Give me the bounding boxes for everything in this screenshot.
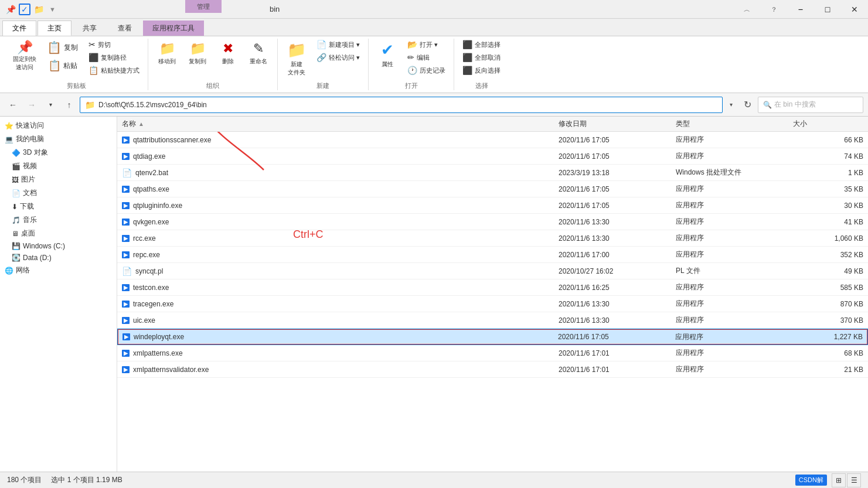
sidebar-item-quick-access[interactable]: ⭐ 快速访问 [0, 119, 117, 132]
tab-app-tools[interactable]: 应用程序工具 [143, 21, 204, 36]
select-all-icon: ⬛ [462, 40, 472, 49]
file-size: 74 KB [793, 152, 863, 161]
select-none-btn[interactable]: ⬛全部取消 [459, 52, 504, 63]
sidebar-item-music[interactable]: 🎵 音乐 [0, 213, 117, 227]
refresh-btn[interactable]: ↻ [739, 97, 755, 113]
new-item-btn[interactable]: 📄新建项目 ▾ [313, 39, 363, 50]
table-row[interactable]: ▶ xmlpatternsvalidator.exe 2020/11/6 17:… [117, 361, 868, 378]
up-btn[interactable]: ↑ [61, 97, 77, 113]
sidebar-item-3d[interactable]: 🔷 3D 对象 [0, 146, 117, 159]
pin-quick-access-btn[interactable]: 📌 固定到快速访问 [9, 39, 40, 74]
file-size: 870 KB [793, 300, 863, 308]
maximize-btn[interactable]: □ [814, 0, 841, 19]
edit-btn[interactable]: ✏编辑 [404, 52, 449, 63]
file-type: 应用程序 [676, 184, 793, 194]
table-row[interactable]: ▶ windeployqt.exe 2020/11/6 17:05 应用程序 1… [117, 329, 868, 345]
move-to-btn[interactable]: 📁 移动到 [153, 39, 181, 68]
file-type: 应用程序 [676, 348, 793, 358]
table-row[interactable]: ▶ qtdiag.exe 2020/11/6 17:05 应用程序 74 KB [117, 148, 868, 165]
table-row[interactable]: 📄 qtenv2.bat 2023/3/19 13:18 Windows 批处理… [117, 165, 868, 181]
header-name[interactable]: 名称 ▲ [122, 119, 559, 129]
tab-file[interactable]: 文件 [2, 21, 36, 36]
address-dropdown-btn[interactable]: ▾ [725, 97, 737, 113]
new-folder-btn[interactable]: 📁 新建文件夹 [282, 39, 311, 79]
tab-home[interactable]: 主页 [38, 21, 72, 36]
table-row[interactable]: ▶ qtplugininfo.exe 2020/11/6 17:05 应用程序 … [117, 197, 868, 214]
copy-btn[interactable]: 📋 复制 [42, 39, 83, 56]
easy-access-btn[interactable]: 🔗轻松访问 ▾ [313, 52, 363, 63]
header-size[interactable]: 大小 [793, 119, 863, 129]
paste-icon: 📋 [48, 59, 61, 72]
copy-to-btn[interactable]: 📁 复制到 [183, 39, 212, 68]
paste-btn[interactable]: 📋 粘贴 [42, 57, 83, 74]
table-row[interactable]: ▶ uic.exe 2020/11/6 13:30 应用程序 370 KB [117, 312, 868, 329]
history-btn[interactable]: 🕐历史记录 [404, 64, 449, 76]
sidebar-item-my-computer[interactable]: 💻 我的电脑 [0, 132, 117, 146]
delete-btn[interactable]: ✖ 删除 [214, 39, 242, 68]
ribbon-tabs: 文件 主页 共享 查看 应用程序工具 [0, 19, 868, 36]
rename-btn[interactable]: ✎ 重命名 [244, 39, 273, 68]
close-btn[interactable]: ✕ [841, 0, 868, 19]
invert-select-btn[interactable]: ⬛反向选择 [459, 64, 504, 76]
edit-icon: ✏ [407, 53, 414, 62]
sidebar-item-d-drive[interactable]: 💽 Data (D:) [0, 252, 117, 264]
open-btn[interactable]: 📂打开 ▾ [404, 39, 449, 50]
properties-btn[interactable]: ✔ 属性 [373, 39, 401, 71]
sidebar-item-c-drive[interactable]: 💾 Windows (C:) [0, 240, 117, 252]
file-size: 370 KB [793, 316, 863, 325]
select-content: ⬛全部选择 ⬛全部取消 ⬛反向选择 [459, 39, 504, 79]
exe-file-icon: ▶ [122, 186, 130, 193]
table-row[interactable]: 📄 syncqt.pl 2020/10/27 16:02 PL 文件 49 KB [117, 263, 868, 279]
recent-btn[interactable]: ▾ [42, 97, 59, 113]
file-name-cell: ▶ qtattributionsscanner.exe [122, 136, 559, 144]
search-bar[interactable]: 🔍 在 bin 中搜索 [758, 97, 863, 113]
table-row[interactable]: ▶ qtpaths.exe 2020/11/6 17:05 应用程序 35 KB [117, 181, 868, 197]
sidebar-item-pictures[interactable]: 🖼 图片 [0, 173, 117, 186]
video-icon: 🎬 [12, 162, 21, 170]
sidebar-item-video[interactable]: 🎬 视频 [0, 159, 117, 173]
list-view-btn[interactable]: ☰ [847, 473, 861, 487]
tab-share[interactable]: 共享 [73, 21, 107, 36]
paste-shortcut-btn[interactable]: 📋粘贴快捷方式 [85, 64, 143, 76]
select-btns: ⬛全部选择 ⬛全部取消 ⬛反向选择 [459, 39, 504, 76]
address-bar[interactable]: 📁 D:\soft\Qt\5.15.2\msvc2019_64\bin [80, 97, 723, 113]
help-icon-btn[interactable]: ？ [760, 0, 787, 19]
header-type[interactable]: 类型 [676, 119, 793, 129]
file-name-text: qvkgen.exe [133, 218, 169, 226]
file-icon: 📄 [122, 267, 132, 276]
back-btn[interactable]: ← [5, 97, 21, 113]
select-all-btn[interactable]: ⬛全部选择 [459, 39, 504, 50]
file-size: 352 KB [793, 251, 863, 259]
forward-btn[interactable]: → [23, 97, 40, 113]
main-area: ⭐ 快速访问 💻 我的电脑 🔷 3D 对象 🎬 视频 🖼 图片 📄 文档 ⬇ 下… [0, 117, 868, 477]
computer-icon: 💻 [5, 135, 13, 144]
sidebar-item-documents[interactable]: 📄 文档 [0, 186, 117, 200]
header-date[interactable]: 修改日期 [559, 119, 676, 129]
table-row[interactable]: ▶ testcon.exe 2020/11/6 16:25 应用程序 585 K… [117, 279, 868, 296]
help-btn[interactable]: ︿ [733, 0, 760, 19]
file-name-text: qtenv2.bat [135, 169, 168, 177]
sidebar-item-downloads[interactable]: ⬇ 下载 [0, 200, 117, 213]
table-row[interactable]: ▶ xmlpatterns.exe 2020/11/6 17:01 应用程序 6… [117, 345, 868, 361]
table-row[interactable]: ▶ qtattributionsscanner.exe 2020/11/6 17… [117, 132, 868, 148]
file-date: 2020/11/6 17:05 [559, 136, 676, 144]
manage-tab-label[interactable]: 管理 [185, 0, 222, 13]
table-row[interactable]: ▶ tracegen.exe 2020/11/6 13:30 应用程序 870 … [117, 296, 868, 312]
cut-btn[interactable]: ✂剪切 [85, 39, 143, 50]
table-row[interactable]: ▶ rcc.exe 2020/11/6 13:30 应用程序 1,060 KB [117, 230, 868, 247]
file-list-header: 名称 ▲ 修改日期 类型 大小 [117, 117, 868, 132]
view-toggle: ⊞ ☰ [832, 473, 861, 487]
copy-path-btn[interactable]: ⬛复制路径 [85, 52, 143, 63]
table-row[interactable]: ▶ repc.exe 2020/11/6 17:00 应用程序 352 KB [117, 247, 868, 263]
tab-view[interactable]: 查看 [108, 21, 142, 36]
title-bar: 📌 ✓ 📁 ▼ 管理 bin ︿ ？ － □ ✕ [0, 0, 868, 19]
minimize-btn[interactable]: － [787, 0, 814, 19]
network-icon: 🌐 [5, 267, 13, 275]
clipboard-group: 📌 固定到快速访问 📋 复制 📋 粘贴 ✂剪切 ⬛复制路径 📋粘贴快捷方式 剪贴… [5, 39, 148, 90]
grid-view-btn[interactable]: ⊞ [832, 473, 846, 487]
table-row[interactable]: ▶ qvkgen.exe 2020/11/6 13:30 应用程序 41 KB [117, 214, 868, 230]
cut-icon: ✂ [88, 40, 96, 49]
sidebar-item-network[interactable]: 🌐 网络 [0, 264, 117, 277]
exe-file-icon: ▶ [122, 366, 130, 373]
sidebar-item-desktop[interactable]: 🖥 桌面 [0, 227, 117, 240]
